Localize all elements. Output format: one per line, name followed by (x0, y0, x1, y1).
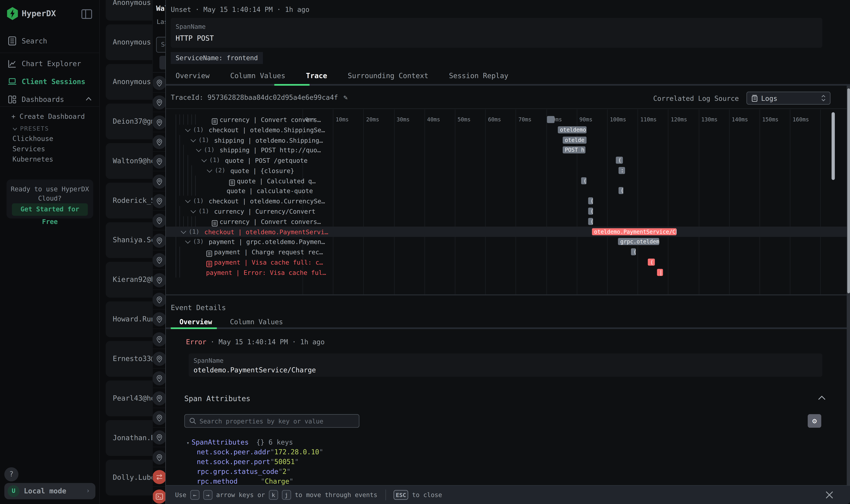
create-dashboard-button[interactable]: + Create Dashboard (11, 112, 85, 120)
tab-session-replay[interactable]: Session Replay (449, 72, 508, 80)
tab-column-values[interactable]: Column Values (230, 72, 285, 80)
attribute-key[interactable]: net.sock.peer.port (197, 457, 270, 466)
timeline-event-row[interactable] (153, 428, 165, 447)
trace-tree-row[interactable]: payment | Charge request rec… (166, 247, 847, 257)
chevron-down-icon[interactable] (207, 167, 212, 173)
sidebar-item-search[interactable]: Search (0, 34, 100, 49)
timeline-event-row[interactable] (153, 251, 165, 270)
session-card[interactable]: Shaniya.Sc (106, 222, 152, 258)
user-menu[interactable]: U Local mode › (4, 483, 95, 499)
session-card[interactable]: Howard.Run (106, 301, 152, 337)
trace-tree-row[interactable]: quote | calculate-quote (166, 185, 847, 196)
timeline-event-row[interactable] (153, 329, 165, 349)
span-bar[interactable]: ( (648, 258, 654, 266)
chevron-down-icon[interactable] (185, 238, 191, 244)
session-card[interactable]: Dolly.Lubo (106, 460, 152, 496)
span-bar[interactable]: | (657, 269, 663, 276)
span-bar[interactable]: ( (588, 218, 593, 225)
session-card[interactable]: Deion37@gm (106, 104, 152, 139)
span-bar[interactable]: ( (588, 197, 593, 204)
chevron-down-icon[interactable] (201, 157, 207, 162)
help-button[interactable]: ? (4, 467, 18, 481)
timeline-event-row[interactable] (153, 389, 165, 408)
attributes-search-input[interactable]: Search properties by key or value (184, 414, 359, 428)
session-card[interactable]: Anonymous (106, 64, 152, 100)
session-card[interactable]: Ernesto33@ (106, 341, 152, 377)
trace-tree-row[interactable]: (1)shipping | POST http://quo… (166, 145, 847, 155)
chevron-down-icon[interactable] (191, 137, 196, 142)
timeline-event-row[interactable] (153, 152, 165, 172)
timeline-event-row[interactable] (153, 408, 165, 428)
session-card[interactable]: Anonymous (106, 0, 152, 21)
presets-toggle[interactable]: PRESETS (12, 124, 49, 132)
attribute-row[interactable]: rpc.grpc.status_code"2" (197, 467, 291, 475)
attribute-row[interactable]: net.sock.peer.port"50051" (197, 457, 299, 466)
timeline-event-row[interactable] (153, 290, 165, 309)
timeline-event-row[interactable] (153, 211, 165, 231)
tab-trace[interactable]: Trace (306, 72, 327, 80)
sidebar-preset-clickhouse[interactable]: Clickhouse (12, 134, 53, 143)
tab-surrounding-context[interactable]: Surrounding Context (348, 72, 428, 80)
timeline-event-row[interactable] (153, 231, 165, 250)
sidebar-preset-kubernetes[interactable]: Kubernetes (12, 155, 53, 163)
session-card[interactable]: Jonathan.B (106, 420, 152, 456)
span-bar[interactable]: ( (588, 208, 593, 215)
timeline-event-row[interactable] (153, 172, 165, 191)
attribute-row[interactable]: rpc.method"Charge" (197, 477, 293, 485)
trace-tree-row[interactable]: (1)checkout | oteldemo.PaymentServi… (166, 227, 847, 237)
trace-tree-row[interactable]: (1)shipping | oteldemo.Shipping… (166, 135, 847, 145)
timeline-event-row[interactable] (153, 487, 165, 504)
trace-tree-row[interactable]: (2)quote | {closure} (166, 165, 847, 176)
collapse-sidebar-icon[interactable] (81, 9, 92, 19)
timeline-event-row[interactable] (153, 467, 165, 487)
trace-tree-row[interactable]: payment | Error: Visa cache ful… (166, 267, 847, 277)
close-icon[interactable] (825, 490, 834, 499)
collapse-chevron-up-icon[interactable] (818, 395, 826, 400)
trace-tree-row[interactable]: quote | Calculated q… (166, 176, 847, 186)
span-bar[interactable]: grpc.oteldemo. (618, 238, 659, 245)
session-card[interactable]: Pearl43@ho (106, 380, 152, 416)
span-bar[interactable]: ( (581, 177, 587, 184)
trace-tree-row[interactable]: currency | Convert convers… (166, 114, 847, 125)
log-source-select[interactable]: Logs (746, 92, 830, 105)
timeline-event-row[interactable] (153, 132, 165, 152)
trace-tree-row[interactable]: (1)checkout | oteldemo.ShippingSe… (166, 125, 847, 135)
chevron-down-icon[interactable] (196, 147, 201, 152)
trace-tree-row[interactable]: currency | Convert convers… (166, 216, 847, 227)
get-started-button[interactable]: Get Started for Free (12, 203, 88, 216)
session-card[interactable]: Anonymous (106, 24, 152, 60)
span-bar[interactable]: oteldemo. (558, 126, 586, 133)
chevron-down-icon[interactable] (185, 126, 191, 132)
session-card[interactable]: Walton9@ho (106, 143, 152, 179)
session-card[interactable]: Roderick_S (106, 183, 152, 218)
gear-icon[interactable]: ⚙ (808, 414, 821, 428)
span-bar[interactable]: POST h (563, 146, 585, 154)
chevron-down-icon[interactable] (185, 198, 191, 203)
chevron-down-icon[interactable] (181, 228, 186, 234)
waterfall-scrollbar[interactable] (832, 112, 835, 180)
attribute-key[interactable]: net.sock.peer.addr (197, 448, 270, 456)
timeline-event-row[interactable] (153, 369, 165, 388)
edit-pencil-icon[interactable]: ✎ (343, 93, 347, 102)
timeline-event-row[interactable] (153, 113, 165, 132)
timeline-event-row[interactable] (153, 93, 165, 112)
span-bar[interactable]: ( (618, 187, 623, 194)
service-name-chip[interactable]: ServiceName: frontend (171, 52, 263, 64)
span-bar[interactable]: : (618, 167, 625, 174)
trace-tree-row[interactable]: (1)checkout | oteldemo.CurrencySe… (166, 196, 847, 206)
timeline-event-row[interactable] (153, 192, 165, 211)
sidebar-item-dashboards[interactable]: Dashboards (0, 92, 100, 107)
span-bar[interactable]: ( (631, 248, 636, 255)
drawer-scrollbar-thumb[interactable] (847, 88, 850, 293)
event-tab-overview[interactable]: Overview (179, 318, 212, 326)
timeline-event-row[interactable] (153, 349, 165, 368)
timeline-event-row[interactable] (153, 448, 165, 467)
attribute-row[interactable]: net.sock.peer.addr"172.28.0.10" (197, 448, 323, 456)
timeline-event-row[interactable] (153, 73, 165, 93)
trace-tree-row[interactable]: (1)quote | POST /getquote (166, 155, 847, 165)
span-bar[interactable]: otelde (563, 137, 586, 143)
trace-tree-row[interactable]: payment | Visa cache full: c… (166, 257, 847, 267)
attributes-root-row[interactable]: ▾SpanAttributes{} 6 keys (186, 438, 293, 446)
trace-tree-row[interactable]: (1)currency | Currency/Convert (166, 206, 847, 216)
session-filter-chip[interactable]: H (159, 56, 165, 69)
